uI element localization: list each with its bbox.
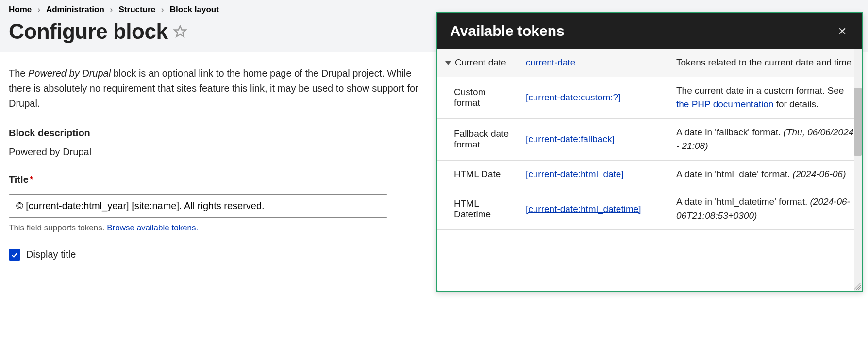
star-icon[interactable] <box>173 25 187 38</box>
breadcrumb-home[interactable]: Home <box>9 5 32 15</box>
token-row: HTML Datetime [current-date:html_datetim… <box>437 188 862 230</box>
token-description: A date in 'html_datetime' format. (2024-… <box>670 188 862 230</box>
token-link[interactable]: [current-date:html_date] <box>526 169 624 179</box>
token-name: HTML Datetime <box>437 188 520 230</box>
display-title-row: Display title <box>9 247 428 262</box>
token-row: Custom format [current-date:custom:?] Th… <box>437 77 862 118</box>
token-name: HTML Date <box>437 160 520 188</box>
display-title-label: Display title <box>26 247 76 262</box>
token-link[interactable]: [current-date:custom:?] <box>526 92 620 102</box>
title-input[interactable] <box>9 194 387 218</box>
scrollbar-track[interactable] <box>854 49 862 291</box>
resize-grip-icon[interactable] <box>854 283 861 290</box>
token-row: Fallback date format [current-date:fallb… <box>437 118 862 160</box>
display-title-checkbox[interactable] <box>9 249 20 261</box>
block-description-label: Block description <box>9 126 428 141</box>
breadcrumb-structure[interactable]: Structure <box>119 5 156 15</box>
token-row: HTML Date [current-date:html_date] A dat… <box>437 160 862 188</box>
token-link[interactable]: [current-date:fallback] <box>526 134 615 144</box>
breadcrumb-block-layout[interactable]: Block layout <box>170 5 219 15</box>
token-description: A date in 'fallback' format. (Thu, 06/06… <box>670 118 862 160</box>
token-link[interactable]: current-date <box>526 57 575 67</box>
token-group-row[interactable]: Current date current-date Tokens related… <box>437 49 862 77</box>
chevron-right-icon: › <box>161 5 164 15</box>
token-name: Custom format <box>437 77 520 118</box>
token-table: Current date current-date Tokens related… <box>437 49 862 230</box>
title-label: Title* <box>9 172 428 187</box>
token-description: A date in 'html_date' format. (2024-06-0… <box>670 160 862 188</box>
breadcrumb-administration[interactable]: Administration <box>46 5 104 15</box>
page-title: Configure block <box>9 19 167 44</box>
svg-marker-0 <box>175 26 186 36</box>
chevron-down-icon[interactable] <box>445 61 451 65</box>
block-description-value: Powered by Drupal <box>9 145 428 160</box>
block-description-field: Block description Powered by Drupal <box>9 126 428 160</box>
php-doc-link[interactable]: the PHP documentation <box>676 99 773 109</box>
intro-text: The Powered by Drupal block is an option… <box>9 66 428 111</box>
title-field-group: Title* This field supports tokens. Brows… <box>9 172 428 234</box>
dialog-header: Available tokens <box>437 13 862 49</box>
title-help-text: This field supports tokens. Browse avail… <box>9 222 428 234</box>
content-region: The Powered by Drupal block is an option… <box>0 52 437 276</box>
browse-tokens-link[interactable]: Browse available tokens. <box>107 223 198 232</box>
token-name: Current date <box>455 57 506 67</box>
dialog-title: Available tokens <box>450 23 565 39</box>
dialog-body[interactable]: Current date current-date Tokens related… <box>437 49 862 291</box>
tokens-dialog: Available tokens Current date current-da… <box>436 12 863 292</box>
token-description: Tokens related to the current date and t… <box>670 49 862 77</box>
chevron-right-icon: › <box>37 5 40 15</box>
scrollbar-thumb[interactable] <box>854 88 862 156</box>
token-link[interactable]: [current-date:html_datetime] <box>526 204 641 214</box>
token-name: Fallback date format <box>437 118 520 160</box>
chevron-right-icon: › <box>110 5 113 15</box>
close-icon[interactable] <box>835 24 849 38</box>
token-description: The current date in a custom format. See… <box>670 77 862 118</box>
